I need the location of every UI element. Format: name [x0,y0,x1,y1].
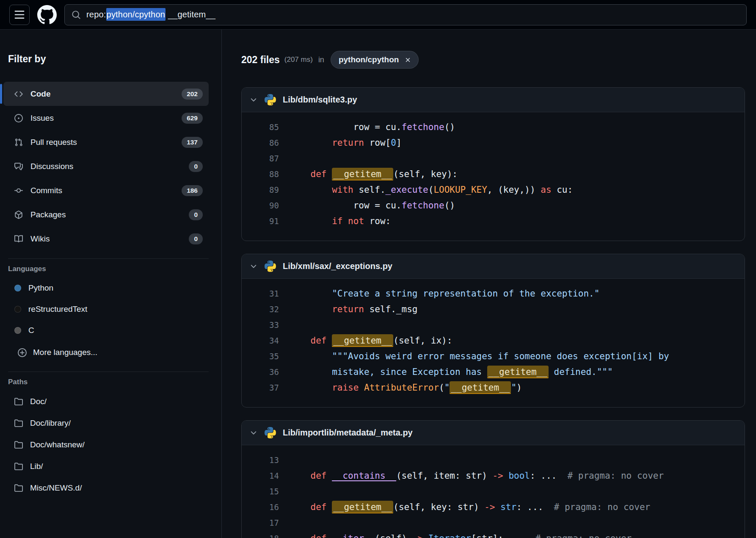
code-line: 89 with self._execute(LOOKUP_KEY, (key,)… [242,182,745,197]
code-line: 90 row = cu.fetchone() [242,197,745,213]
code-text: raise AttributeError("__getitem__") [289,383,522,393]
repo-chip-label: python/cpython [339,55,399,64]
code-line: 36 mistake, since Exception has __getite… [242,364,745,380]
paths-list: Doc/Doc/library/Doc/whatsnew/Lib/Misc/NE… [3,391,209,499]
file-path-link[interactable]: Lib/dbm/sqlite3.py [283,95,357,105]
sidebar-item-label: Code [30,89,51,99]
code-line: 34 def __getitem__(self, ix): [242,333,745,348]
github-logo[interactable] [37,5,57,25]
divider [8,258,209,259]
code-text: mistake, since Exception has __getitem__… [289,367,613,377]
package-icon [14,211,23,219]
file-path-link[interactable]: Lib/importlib/metadata/_meta.py [283,428,413,438]
code-line: 86 return row[0] [242,135,745,150]
top-bar: repo:python/cpython __getitem__ [0,0,756,30]
line-number[interactable]: 16 [242,502,279,512]
three-bars-icon [14,9,25,20]
line-number[interactable]: 36 [242,367,279,377]
sidebar-path-doc-library[interactable]: Doc/library/ [3,412,209,434]
line-number[interactable]: 32 [242,305,279,314]
sidebar-item-commits[interactable]: Commits186 [3,178,209,202]
line-number[interactable]: 18 [242,534,279,538]
sidebar-path-doc[interactable]: Doc/ [3,391,209,412]
remove-repo-filter-button[interactable] [402,54,413,65]
search-match-highlight: __getitem__ [332,334,393,347]
line-number[interactable]: 17 [242,518,279,527]
global-search-input[interactable]: repo:python/cpython __getitem__ [64,4,747,25]
line-number[interactable]: 31 [242,289,279,298]
symbol-link[interactable]: __iter__ [332,533,375,538]
file-path-link[interactable]: Lib/xml/sax/_exceptions.py [283,261,392,271]
search-match-highlight: __getitem__ [332,168,393,180]
language-label: C [28,326,34,335]
chevron-down-icon [249,262,258,271]
sidebar-item-label: Issues [30,114,54,123]
sidebar-language-c[interactable]: C [3,320,209,341]
sidebar-path-misc-news-d[interactable]: Misc/NEWS.d/ [3,477,209,499]
python-logo-icon [265,94,276,105]
line-number[interactable]: 85 [242,122,279,132]
sidebar-item-pull-requests[interactable]: Pull requests137 [3,130,209,154]
sidebar-item-issues[interactable]: Issues629 [3,106,209,130]
search-match-highlight: __getitem__ [450,381,511,394]
sidebar-language-python[interactable]: Python [3,277,209,299]
line-number[interactable]: 34 [242,336,279,345]
hamburger-menu-button[interactable] [9,5,30,25]
line-number[interactable]: 88 [242,169,279,179]
results-duration: (207 ms) [284,55,313,64]
search-icon [72,10,81,19]
file-results-list: Lib/dbm/sqlite3.py85 row = cu.fetchone()… [241,87,745,538]
languages-heading: Languages [8,265,209,273]
code-text: with self._execute(LOOKUP_KEY, (key,)) a… [289,185,573,195]
sidebar-item-code[interactable]: Code202 [3,82,209,106]
git-commit-icon [14,186,23,195]
count-badge: 137 [182,137,203,148]
filter-nav: Code202Issues629Pull requests137Discussi… [3,82,209,251]
comment-discussion-icon [14,162,23,171]
file-card-header[interactable]: Lib/xml/sax/_exceptions.py [242,254,745,279]
code-text: def __iter__(self) -> Iterator[str]: ...… [289,533,632,538]
line-number[interactable]: 89 [242,185,279,194]
file-card-header[interactable]: Lib/importlib/metadata/_meta.py [242,421,745,445]
search-query-qualifier: repo: [86,10,106,19]
repo-filter-chip[interactable]: python/cpython [331,51,419,69]
paths-heading: Paths [8,378,209,386]
code-line: 14 def __contains__(self, item: str) -> … [242,468,745,483]
sidebar-item-label: Discussions [30,162,73,171]
folder-icon [14,484,23,492]
plus-circle-icon [18,348,27,357]
path-label: Doc/ [30,397,47,406]
more-languages-button[interactable]: More languages... [3,341,209,364]
line-number[interactable]: 37 [242,383,279,392]
filter-sidebar: Filter by Code202Issues629Pull requests1… [0,30,222,538]
sidebar-language-restructuredtext[interactable]: reStructuredText [3,299,209,320]
line-number[interactable]: 13 [242,455,279,465]
line-number[interactable]: 33 [242,320,279,330]
line-number[interactable]: 35 [242,352,279,361]
chevron-down-icon [249,429,258,437]
sidebar-path-lib[interactable]: Lib/ [3,455,209,477]
code-line: 88 def __getitem__(self, key): [242,166,745,182]
symbol-link[interactable]: __contains__ [332,471,396,481]
line-number[interactable]: 14 [242,471,279,480]
code-line: 15 [242,483,745,499]
sidebar-item-label: Packages [30,210,66,219]
search-query-selected-text: python/cpython [106,8,166,21]
line-number[interactable]: 90 [242,201,279,210]
code-result-card: Lib/dbm/sqlite3.py85 row = cu.fetchone()… [241,87,745,241]
divider [8,372,209,372]
sidebar-item-wikis[interactable]: Wikis0 [3,227,209,251]
language-label: Python [28,283,53,293]
line-number[interactable]: 91 [242,216,279,226]
sidebar-item-discussions[interactable]: Discussions0 [3,154,209,178]
line-number[interactable]: 86 [242,138,279,147]
file-card-header[interactable]: Lib/dbm/sqlite3.py [242,88,745,112]
folder-icon [14,419,23,427]
count-badge: 629 [182,113,203,124]
code-line: 16 def __getitem__(self, key: str) -> st… [242,499,745,515]
line-number[interactable]: 15 [242,487,279,496]
line-number[interactable]: 87 [242,154,279,163]
path-label: Misc/NEWS.d/ [30,483,82,493]
sidebar-item-packages[interactable]: Packages0 [3,202,209,227]
sidebar-path-doc-whatsnew[interactable]: Doc/whatsnew/ [3,434,209,455]
